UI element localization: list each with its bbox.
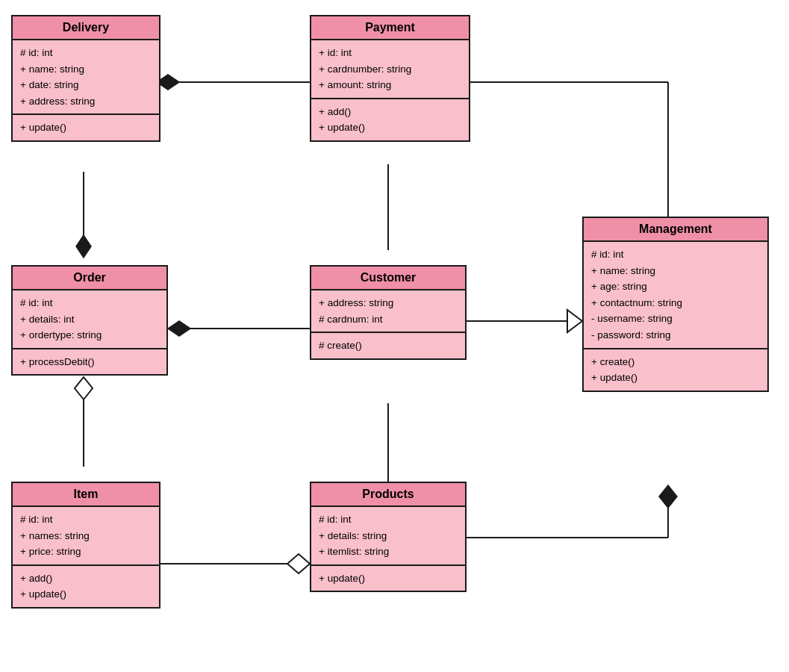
customer-attr-1: + address: string — [319, 295, 458, 311]
order-title: Order — [13, 267, 166, 290]
item-attr-1: # id: int — [20, 511, 152, 528]
order-method-1: + processDebit() — [20, 354, 159, 370]
products-methods: + update() — [311, 566, 465, 591]
payment-title: Payment — [311, 16, 469, 40]
delivery-attributes: # id: int + name: string + date: string … — [13, 40, 159, 115]
products-title: Products — [311, 483, 465, 507]
products-attr-3: + itemlist: string — [319, 544, 458, 560]
payment-attr-3: + amount: string — [319, 77, 461, 93]
payment-attr-2: + cardnumber: string — [319, 61, 461, 78]
delivery-methods: + update() — [13, 115, 159, 140]
delivery-attr-1: # id: int — [20, 45, 152, 61]
payment-attributes: + id: int + cardnumber: string + amount:… — [311, 40, 469, 99]
management-method-2: + update() — [591, 370, 760, 386]
delivery-attr-3: + date: string — [20, 77, 152, 93]
svg-marker-12 — [75, 377, 93, 399]
products-class: Products # id: int + details: string + i… — [310, 482, 467, 592]
delivery-attr-4: + address: string — [20, 93, 152, 110]
svg-marker-4 — [76, 235, 91, 258]
order-attr-1: # id: int — [20, 295, 159, 311]
customer-attributes: + address: string # cardnum: int — [311, 290, 465, 333]
payment-class: Payment + id: int + cardnumber: string +… — [310, 15, 470, 142]
payment-method-1: + add() — [319, 104, 461, 120]
products-attr-2: + details: string — [319, 528, 458, 544]
management-attr-2: + name: string — [591, 263, 760, 279]
order-attributes: # id: int + details: int + ordertype: st… — [13, 290, 166, 349]
management-attr-6: - password: string — [591, 327, 760, 343]
management-attr-1: # id: int — [591, 246, 760, 263]
order-class: Order # id: int + details: int + orderty… — [11, 265, 168, 376]
management-attr-5: - username: string — [591, 311, 760, 327]
item-methods: + add() + update() — [13, 566, 159, 607]
management-attr-4: + contactnum: string — [591, 295, 760, 311]
delivery-title: Delivery — [13, 16, 159, 40]
payment-methods: + add() + update() — [311, 99, 469, 140]
products-method-1: + update() — [319, 570, 458, 587]
customer-title: Customer — [311, 267, 465, 290]
item-title: Item — [13, 483, 159, 507]
customer-methods: # create() — [311, 333, 465, 358]
customer-method-1: # create() — [319, 337, 458, 354]
svg-marker-7 — [168, 321, 190, 336]
delivery-attr-2: + name: string — [20, 61, 152, 78]
uml-diagram: Delivery # id: int + name: string + date… — [0, 0, 789, 672]
customer-class: Customer + address: string # cardnum: in… — [310, 265, 467, 360]
item-attr-2: + names: string — [20, 528, 152, 544]
delivery-method-1: + update() — [20, 119, 152, 136]
payment-method-2: + update() — [319, 119, 461, 136]
order-attr-3: + ordertype: string — [20, 327, 159, 343]
management-title: Management — [584, 218, 767, 242]
customer-attr-2: # cardnum: int — [319, 311, 458, 328]
item-attributes: # id: int + names: string + price: strin… — [13, 507, 159, 566]
svg-marker-18 — [659, 485, 677, 508]
management-method-1: + create() — [591, 354, 760, 370]
svg-marker-10 — [567, 310, 582, 332]
payment-attr-1: + id: int — [319, 45, 461, 61]
management-attributes: # id: int + name: string + age: string +… — [584, 242, 767, 349]
management-methods: + create() + update() — [584, 349, 767, 391]
item-class: Item # id: int + names: string + price: … — [11, 482, 160, 609]
management-attr-3: + age: string — [591, 279, 760, 295]
management-class: Management # id: int + name: string + ag… — [582, 217, 769, 392]
products-attr-1: # id: int — [319, 511, 458, 528]
order-attr-2: + details: int — [20, 311, 159, 328]
item-attr-3: + price: string — [20, 544, 152, 560]
item-method-2: + update() — [20, 586, 152, 603]
delivery-class: Delivery # id: int + name: string + date… — [11, 15, 160, 142]
order-methods: + processDebit() — [13, 349, 166, 375]
svg-marker-15 — [287, 554, 310, 573]
item-method-1: + add() — [20, 570, 152, 587]
products-attributes: # id: int + details: string + itemlist: … — [311, 507, 465, 566]
